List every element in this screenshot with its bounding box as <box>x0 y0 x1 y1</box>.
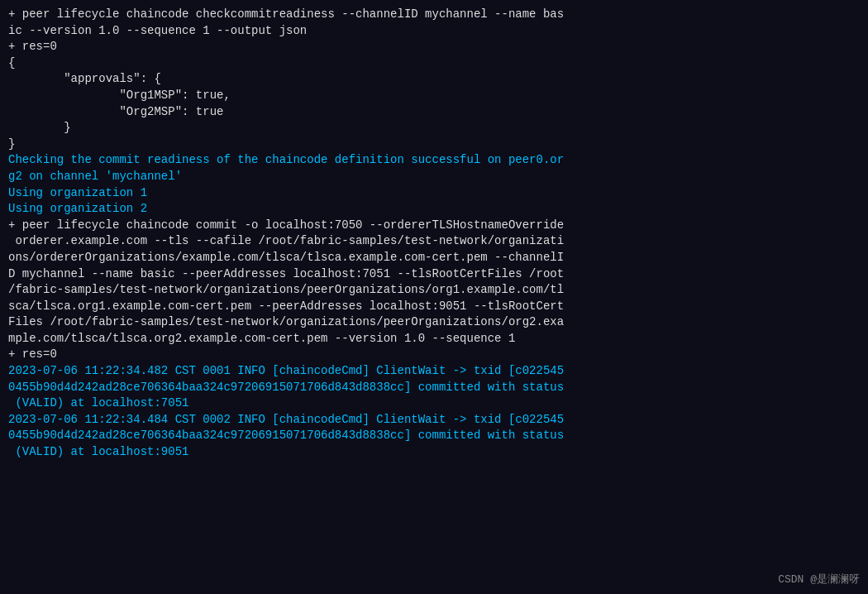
terminal-line: "approvals": { <box>8 71 860 88</box>
terminal-line: + peer lifecycle chaincode commit -o loc… <box>8 218 860 347</box>
terminal-window: + peer lifecycle chaincode checkcommitre… <box>0 0 868 594</box>
terminal-line-info: 2023-07-06 11:22:34.484 CST 0002 INFO [c… <box>8 412 860 461</box>
terminal-line-cyan: Using organization 1 <box>8 185 860 202</box>
terminal-line: "Org1MSP": true, <box>8 88 860 104</box>
terminal-line-cyan: Using organization 2 <box>8 201 860 218</box>
terminal-line: { <box>8 55 860 72</box>
terminal-line: + peer lifecycle chaincode checkcommitre… <box>8 7 860 39</box>
terminal-line: } <box>8 137 860 153</box>
terminal-line: + res=0 <box>8 39 860 55</box>
terminal-line: "Org2MSP": true <box>8 104 860 121</box>
terminal-line-info: 2023-07-06 11:22:34.482 CST 0001 INFO [c… <box>8 363 860 412</box>
terminal-line: } <box>8 120 860 137</box>
watermark: CSDN @是澜澜呀 <box>778 572 860 587</box>
terminal-line: + res=0 <box>8 347 860 363</box>
terminal-line-cyan: Checking the commit readiness of the cha… <box>8 152 860 184</box>
